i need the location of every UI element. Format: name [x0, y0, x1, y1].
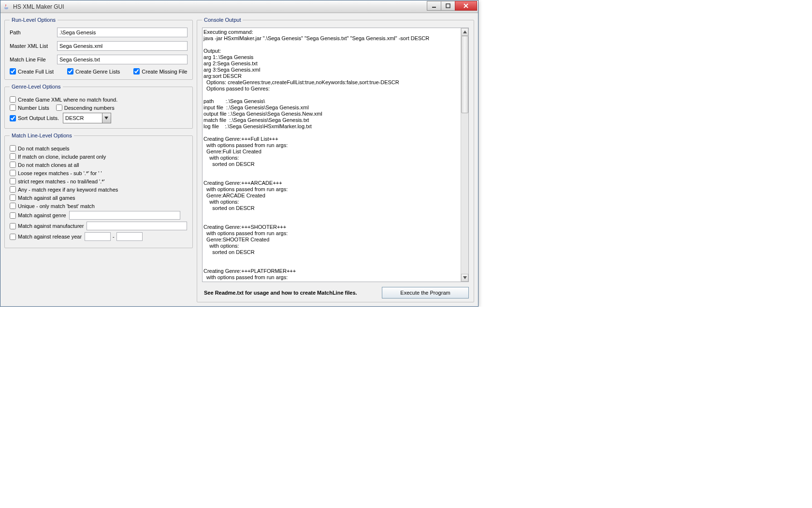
- no-sequels-label: Do not match sequels: [18, 146, 69, 151]
- genre-level-group: Genre-Level Options Create Game XML wher…: [4, 84, 193, 129]
- descending-numbers-checkbox[interactable]: [56, 105, 62, 111]
- master-xml-label: Master XML List: [10, 43, 57, 49]
- create-missing-file-checkbox[interactable]: [133, 68, 140, 75]
- console-textarea[interactable]: Executing command: java -jar HSxmlMaker.…: [203, 28, 461, 282]
- run-level-legend: Run-Level Options: [10, 17, 58, 23]
- loose-regex-label: Loose regex matches - sub '.*' for ' ': [18, 170, 102, 176]
- genre-level-legend: Genre-Level Options: [10, 84, 63, 90]
- match-manufacturer-input[interactable]: [87, 222, 187, 230]
- console-output-group: Console Output Executing command: java -…: [197, 17, 474, 302]
- number-lists-checkbox[interactable]: [10, 105, 16, 111]
- match-year-label: Match against release year: [18, 234, 82, 239]
- matchline-file-label: Match Line File: [10, 57, 57, 62]
- scroll-track[interactable]: [461, 36, 468, 274]
- match-line-level-group: Match Line-Level Options Do not match se…: [4, 133, 193, 248]
- execute-button[interactable]: Execute the Program: [382, 287, 469, 299]
- match-genre-checkbox[interactable]: [10, 212, 16, 219]
- content-area: Run-Level Options Path Master XML List M…: [0, 13, 478, 306]
- sort-output-checkbox[interactable]: [10, 115, 16, 121]
- left-column: Run-Level Options Path Master XML List M…: [4, 17, 193, 302]
- unique-best-label: Unique - only match 'best' match: [18, 203, 95, 209]
- sort-order-combo[interactable]: DESCR: [63, 113, 111, 123]
- create-full-list-checkbox[interactable]: [10, 68, 16, 75]
- match-all-games-label: Match against all games: [18, 195, 75, 201]
- no-sequels-checkbox[interactable]: [10, 145, 16, 151]
- year-separator: -: [113, 234, 115, 239]
- sort-order-value: DESCR: [63, 115, 102, 121]
- svg-marker-2: [104, 117, 108, 120]
- create-genre-lists-checkbox[interactable]: [67, 68, 73, 75]
- run-level-group: Run-Level Options Path Master XML List M…: [4, 17, 193, 80]
- strict-regex-checkbox[interactable]: [10, 178, 16, 184]
- console-footer: See Readme.txt for usage and how to crea…: [202, 287, 469, 299]
- number-lists-label: Number Lists: [18, 105, 49, 111]
- scroll-up-button[interactable]: [461, 28, 468, 36]
- scroll-thumb[interactable]: [461, 36, 468, 113]
- window-controls: [427, 1, 477, 11]
- match-year-from-input[interactable]: [85, 232, 111, 241]
- loose-regex-checkbox[interactable]: [10, 170, 16, 176]
- match-genre-input[interactable]: [69, 211, 180, 220]
- match-line-level-legend: Match Line-Level Options: [10, 133, 74, 138]
- match-year-to-input[interactable]: [116, 232, 143, 241]
- no-clones-checkbox[interactable]: [10, 162, 16, 168]
- create-missing-file-label: Create Missing File: [142, 69, 187, 75]
- console-scrollbar[interactable]: [461, 28, 468, 282]
- match-all-games-checkbox[interactable]: [10, 194, 16, 201]
- svg-marker-3: [463, 30, 467, 33]
- match-year-checkbox[interactable]: [10, 234, 16, 240]
- create-genre-lists-label: Create Genre Lists: [75, 69, 120, 75]
- scroll-down-button[interactable]: [461, 274, 468, 282]
- match-manufacturer-label: Match against manufacturer: [18, 223, 84, 229]
- path-input[interactable]: [57, 28, 188, 37]
- readme-hint: See Readme.txt for usage and how to crea…: [202, 290, 376, 296]
- strict-regex-label: strict regex matches - no trail/lead '.*…: [18, 179, 105, 184]
- svg-rect-1: [446, 4, 450, 8]
- create-full-list-label: Create Full List: [18, 69, 54, 75]
- clone-parent-checkbox[interactable]: [10, 153, 16, 160]
- titlebar[interactable]: HS XML Maker GUI: [0, 0, 478, 13]
- unique-best-checkbox[interactable]: [10, 203, 16, 209]
- window-title: HS XML Maker GUI: [13, 3, 427, 10]
- console-output-legend: Console Output: [202, 17, 243, 23]
- svg-rect-0: [432, 7, 436, 8]
- right-column: Console Output Executing command: java -…: [197, 17, 474, 302]
- any-match-label: Any - match regex if any keyword matches: [18, 187, 118, 193]
- create-game-xml-label: Create Game XML where no match found.: [18, 97, 117, 103]
- no-clones-label: Do not match clones at all: [18, 162, 79, 168]
- java-icon: [2, 3, 10, 11]
- path-label: Path: [10, 30, 57, 35]
- create-game-xml-checkbox[interactable]: [10, 96, 16, 103]
- any-match-checkbox[interactable]: [10, 186, 16, 193]
- minimize-button[interactable]: [427, 1, 441, 11]
- matchline-file-input[interactable]: [57, 55, 188, 64]
- chevron-down-icon: [102, 113, 111, 123]
- maximize-button[interactable]: [441, 1, 455, 11]
- app-window: HS XML Maker GUI Run-Level Options Path …: [0, 0, 478, 307]
- sort-output-label: Sort Output Lists.: [18, 115, 59, 121]
- descending-numbers-label: Descending numbers: [64, 105, 115, 111]
- clone-parent-label: If match on clone, include parent only: [18, 154, 106, 160]
- console-body: Executing command: java -jar HSxmlMaker.…: [202, 28, 469, 282]
- match-genre-label: Match against genre: [18, 212, 66, 218]
- match-manufacturer-checkbox[interactable]: [10, 223, 16, 229]
- close-button[interactable]: [455, 1, 477, 11]
- svg-marker-4: [463, 276, 467, 279]
- master-xml-input[interactable]: [57, 41, 188, 51]
